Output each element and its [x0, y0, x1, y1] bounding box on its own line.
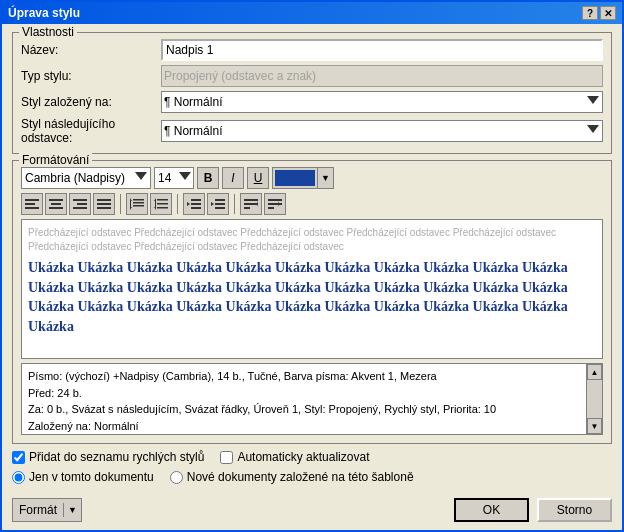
scroll-down-button[interactable]: ▼	[587, 418, 602, 434]
auto-update-label: Automaticky aktualizovat	[237, 450, 369, 464]
font-toolbar: Cambria (Nadpisy) 14 B I U ▼	[21, 167, 603, 189]
close-button[interactable]: ✕	[600, 6, 616, 20]
svg-rect-1	[25, 203, 35, 205]
format-dropdown-arrow-icon: ▼	[64, 505, 81, 515]
preview-preceding-text: Předcházející odstavec Předcházející ods…	[28, 226, 596, 254]
svg-rect-21	[191, 203, 201, 205]
align-toolbar	[21, 193, 603, 215]
line-spacing-1-button[interactable]	[126, 193, 148, 215]
format-dropdown-button[interactable]: Formát ▼	[12, 498, 82, 522]
svg-rect-32	[268, 199, 282, 201]
based-on-row: Styl založený na: ¶ Normální	[21, 91, 603, 113]
font-color-button[interactable]: ▼	[272, 167, 334, 189]
svg-marker-27	[211, 202, 214, 206]
svg-rect-26	[215, 207, 225, 209]
name-row: Název:	[21, 39, 603, 61]
auto-update-checkbox-label[interactable]: Automaticky aktualizovat	[220, 450, 369, 464]
svg-rect-5	[49, 207, 63, 209]
line-spacing-2-button[interactable]	[150, 193, 172, 215]
help-button[interactable]: ?	[582, 6, 598, 20]
svg-rect-28	[244, 199, 258, 201]
quick-styles-checkbox-label[interactable]: Přidat do seznamu rychlých stylů	[12, 450, 204, 464]
next-style-control: ¶ Normální	[161, 120, 603, 142]
this-doc-radio-label[interactable]: Jen v tomto dokumentu	[12, 470, 154, 484]
svg-marker-23	[187, 202, 190, 206]
style-type-control: Propojený (odstavec a znak)	[161, 65, 603, 87]
svg-rect-2	[25, 207, 39, 209]
auto-update-checkbox[interactable]	[220, 451, 233, 464]
properties-group: Vlastnosti Název: Typ stylu: Propojený (…	[12, 32, 612, 154]
svg-rect-14	[133, 205, 144, 207]
style-type-label: Typ stylu:	[21, 69, 161, 83]
indent-decrease-button[interactable]	[183, 193, 205, 215]
properties-group-label: Vlastnosti	[19, 25, 77, 39]
svg-rect-6	[73, 199, 87, 201]
quick-styles-label: Přidat do seznamu rychlých stylů	[29, 450, 204, 464]
font-name-select[interactable]: Cambria (Nadpisy)	[21, 167, 151, 189]
dialog-content: Vlastnosti Název: Typ stylu: Propojený (…	[2, 24, 622, 492]
svg-rect-11	[97, 207, 111, 209]
svg-marker-35	[278, 201, 282, 207]
next-style-select[interactable]: ¶ Normální	[161, 120, 603, 142]
scope-radio-group: Jen v tomto dokumentu Nové dokumenty zal…	[12, 470, 612, 484]
underline-button[interactable]: U	[247, 167, 269, 189]
font-color-arrow-icon: ▼	[317, 168, 333, 188]
svg-rect-20	[191, 199, 201, 201]
quick-styles-checkbox[interactable]	[12, 451, 25, 464]
description-text: Písmo: (výchozí) +Nadpisy (Cambria), 14 …	[22, 364, 586, 434]
style-type-row: Typ stylu: Propojený (odstavec a znak)	[21, 65, 603, 87]
svg-rect-18	[157, 207, 168, 209]
title-bar: Úprava stylu ? ✕	[2, 2, 622, 24]
svg-rect-9	[97, 199, 111, 201]
format-button-label: Formát	[13, 503, 64, 517]
template-radio-label[interactable]: Nové dokumenty založené na této šabloně	[170, 470, 414, 484]
description-scrollbar: ▲ ▼	[586, 364, 602, 434]
template-label: Nové dokumenty založené na této šabloně	[187, 470, 414, 484]
svg-marker-19	[154, 198, 156, 210]
svg-rect-10	[97, 203, 111, 205]
template-radio[interactable]	[170, 471, 183, 484]
align-center-button[interactable]	[45, 193, 67, 215]
svg-marker-31	[254, 201, 258, 207]
svg-rect-3	[49, 199, 63, 201]
name-label: Název:	[21, 43, 161, 57]
this-doc-radio[interactable]	[12, 471, 25, 484]
based-on-select[interactable]: ¶ Normální	[161, 91, 603, 113]
formatting-group-label: Formátování	[19, 153, 92, 167]
toolbar-separator-3	[234, 194, 235, 214]
svg-rect-13	[133, 202, 144, 204]
extra-btn-1[interactable]	[240, 193, 262, 215]
options-row-1: Přidat do seznamu rychlých stylů Automat…	[12, 450, 612, 464]
preview-sample-text: Ukázka Ukázka Ukázka Ukázka Ukázka Ukázk…	[28, 258, 596, 336]
svg-rect-0	[25, 199, 39, 201]
svg-rect-30	[244, 207, 250, 209]
indent-increase-button[interactable]	[207, 193, 229, 215]
cancel-button[interactable]: Storno	[537, 498, 612, 522]
dialog-window: Úprava stylu ? ✕ Vlastnosti Název: Typ s…	[0, 0, 624, 532]
svg-rect-8	[73, 207, 87, 209]
align-right-button[interactable]	[69, 193, 91, 215]
extra-btn-2[interactable]	[264, 193, 286, 215]
name-input[interactable]	[161, 39, 603, 61]
scroll-thumb	[587, 380, 602, 418]
align-left-button[interactable]	[21, 193, 43, 215]
title-bar-buttons: ? ✕	[582, 6, 616, 20]
style-type-select[interactable]: Propojený (odstavec a znak)	[161, 65, 603, 87]
scroll-up-button[interactable]: ▲	[587, 364, 602, 380]
bold-button[interactable]: B	[197, 167, 219, 189]
toolbar-separator-1	[120, 194, 121, 214]
name-control	[161, 39, 603, 61]
align-justify-button[interactable]	[93, 193, 115, 215]
ok-button[interactable]: OK	[454, 498, 529, 522]
next-style-label: Styl následujícího odstavce:	[21, 117, 161, 145]
svg-rect-12	[133, 199, 144, 201]
bottom-bar: Formát ▼ OK Storno	[2, 492, 622, 530]
italic-button[interactable]: I	[222, 167, 244, 189]
svg-rect-17	[157, 203, 168, 205]
formatting-group: Formátování Cambria (Nadpisy) 14 B I U ▼	[12, 160, 612, 444]
svg-rect-7	[77, 203, 87, 205]
based-on-control: ¶ Normální	[161, 91, 603, 113]
font-size-select[interactable]: 14	[154, 167, 194, 189]
toolbar-separator-2	[177, 194, 178, 214]
dialog-title: Úprava stylu	[8, 6, 80, 20]
